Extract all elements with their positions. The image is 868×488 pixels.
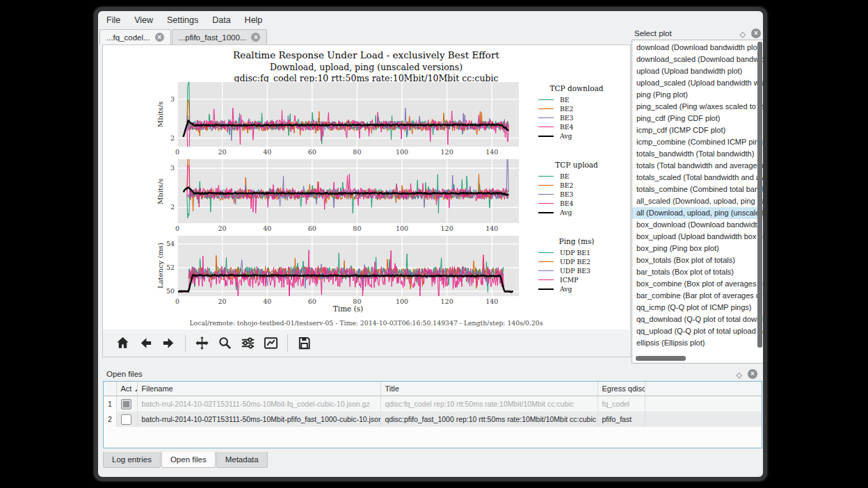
plot-list-item[interactable]: totals_bandwidth (Total bandwidth)	[632, 148, 763, 160]
close-dock-icon[interactable]	[751, 29, 761, 38]
menu-file[interactable]: File	[99, 13, 127, 28]
plot-list-item[interactable]: box_download (Download bandwidth b	[632, 219, 763, 231]
home-button[interactable]	[111, 332, 134, 354]
legend-line-sample	[538, 203, 554, 204]
y-tick-label: 54	[163, 240, 175, 247]
plot-title-line1: Realtime Response Under Load - exclusive…	[103, 49, 629, 60]
plot-list-item[interactable]: all (Download, upload, ping (unscaled ve	[632, 207, 763, 219]
subplot-2-svg	[177, 236, 519, 296]
x-tick-label: 40	[258, 225, 276, 232]
legend-entry: Avg	[527, 208, 626, 217]
plot-list-item[interactable]: ping_scaled (Ping w/axes scaled to remo	[632, 101, 763, 113]
plot-toolbar	[103, 330, 629, 357]
legend-label: UDP BE3	[560, 267, 590, 275]
plot-list-item[interactable]: upload_scaled (Upload bandwidth w/ax	[632, 77, 763, 89]
plot-list-item[interactable]: download (Download bandwidth plot)	[632, 42, 763, 54]
legend-label: BE	[560, 96, 570, 104]
open-files-dock-title: Open files	[98, 370, 143, 378]
back-button[interactable]	[134, 332, 157, 354]
bottom-tab-log-entries[interactable]: Log entries	[103, 452, 161, 468]
plot-tab[interactable]: ...pfifo_fast_1000...	[172, 29, 268, 44]
title-cell: qdisc:pfifo_fast_1000 rep:10 rtt:50ms ra…	[380, 412, 597, 427]
plot-list-item[interactable]: upload (Upload bandwidth plot)	[632, 65, 763, 77]
plot-list-item[interactable]: bar_combine (Bar plot of averages of sev	[632, 290, 763, 302]
column-header-title[interactable]: Title	[380, 382, 597, 396]
close-dock-icon[interactable]	[748, 369, 757, 379]
plot-list-item[interactable]: totals_scaled (Total bandwidth and aver	[632, 172, 763, 184]
x-tick-label: 120	[438, 148, 456, 156]
open-files-dock: Open files ActFilenameTitleEgress qdisc …	[98, 367, 763, 452]
legend-entry: Avg	[527, 131, 626, 140]
plot-list-item[interactable]: qq_icmp (Q-Q plot of ICMP pings)	[632, 302, 763, 314]
subplots-button[interactable]	[236, 332, 259, 354]
plot-list-item[interactable]: ellipsis (Ellipsis plot)	[632, 337, 763, 349]
plot-list-item[interactable]: ping_cdf (Ping CDF plot)	[632, 113, 763, 124]
bottom-tab-open-files[interactable]: Open files	[161, 452, 216, 468]
filler-cell	[645, 412, 762, 427]
legend-title: Ping (ms)	[527, 237, 626, 245]
menu-data[interactable]: Data	[205, 13, 237, 28]
tab-close-icon[interactable]	[251, 33, 260, 42]
bottom-tab-bar: Log entriesOpen filesMetadata	[103, 452, 268, 468]
menu-view[interactable]: View	[127, 13, 160, 28]
menu-settings[interactable]: Settings	[160, 13, 205, 28]
pan-button[interactable]	[191, 332, 214, 354]
plot-list-item[interactable]: qq_upload (Q-Q plot of total upload ban	[632, 325, 763, 337]
save-button[interactable]	[293, 332, 316, 354]
active-checkbox[interactable]	[121, 414, 131, 425]
legend-line-sample	[538, 127, 554, 127]
ping-legend: Ping (ms)UDP BE1UDP BE2UDP BE3ICMPAvg	[527, 237, 626, 293]
title-cell: qdisc:fq_codel rep:10 rtt:50ms rate:10Mb…	[380, 396, 597, 412]
plot-list-item[interactable]: ping (Ping plot)	[632, 89, 763, 101]
x-axis-label: Time (s)	[177, 304, 519, 313]
legend-entry: BE3	[527, 113, 626, 122]
legend-title: TCP download	[527, 84, 626, 92]
plot-list-item[interactable]: box_upload (Upload bandwidth box plo	[632, 231, 763, 243]
legend-entry: Avg	[527, 284, 626, 293]
plot-list-item[interactable]: all_scaled (Download, upload, ping (scal…	[632, 195, 763, 207]
vertical-scrollbar[interactable]	[757, 42, 762, 348]
active-checkbox-cell	[116, 396, 137, 412]
column-header-egress-qdisc[interactable]: Egress qdisc	[597, 382, 645, 396]
legend-entry: BE3	[527, 190, 626, 199]
forward-button[interactable]	[157, 332, 180, 354]
row-number: 1	[104, 396, 116, 412]
float-dock-icon[interactable]	[737, 368, 742, 380]
plot-list-item[interactable]: icmp_combine (Combined ICMP ping pl	[632, 136, 763, 148]
table-corner-header	[104, 382, 116, 396]
legend-entry: UDP BE1	[527, 248, 626, 257]
bottom-tab-metadata[interactable]: Metadata	[216, 452, 268, 468]
legend-line-sample	[538, 176, 554, 177]
y-tick-label: 3	[163, 164, 175, 172]
plot-list-item[interactable]: download_scaled (Download bandwidth	[632, 54, 763, 65]
plot-list-item[interactable]: totals (Total bandwidth and average pin	[632, 160, 763, 172]
plot-tab[interactable]: ...fq_codel...	[99, 29, 171, 44]
column-header-filename[interactable]: Filename	[137, 382, 380, 396]
open-files-table: ActFilenameTitleEgress qdisc 1batch-rrul…	[104, 382, 762, 427]
horizontal-scrollbar[interactable]	[636, 356, 686, 361]
plot-list-item[interactable]: box_totals (Box plot of totals)	[632, 254, 763, 266]
egress-qdisc-cell: fq_codel	[597, 396, 645, 412]
legend-label: Avg	[560, 209, 572, 216]
filename-cell: batch-rrul-2014-10-02T153111-50ms-10Mbit…	[137, 396, 380, 412]
menu-help[interactable]: Help	[238, 13, 270, 28]
plot-list-item[interactable]: icmp_cdf (ICMP CDF plot)	[632, 124, 763, 136]
flent-window: FileViewSettingsDataHelp ...fq_codel....…	[94, 7, 767, 481]
plot-list-item[interactable]: box_combine (Box plot of averages of se	[632, 278, 763, 290]
customize-button[interactable]	[259, 332, 282, 354]
table-row[interactable]: 1batch-rrul-2014-10-02T153111-50ms-10Mbi…	[104, 396, 762, 412]
filler-cell	[645, 396, 762, 412]
plot-list-item[interactable]: box_ping (Ping box plot)	[632, 243, 763, 254]
column-header-act[interactable]: Act	[116, 382, 137, 396]
y-tick-label: 52	[163, 263, 175, 271]
zoom-button[interactable]	[214, 332, 236, 354]
plot-list-item[interactable]: qq_download (Q-Q plot of total downloa	[632, 314, 763, 325]
active-checkbox[interactable]	[121, 399, 131, 409]
x-tick-label: 20	[214, 225, 232, 232]
tab-close-icon[interactable]	[155, 33, 164, 42]
plot-list-item[interactable]: bar_totals (Box plot of totals)	[632, 266, 763, 278]
plot-list-item[interactable]: totals_combine (Combined total bandw	[632, 184, 763, 195]
subplot-0-svg	[177, 82, 519, 147]
table-row[interactable]: 2batch-rrul-2014-10-02T153111-50ms-10Mbi…	[104, 412, 762, 427]
float-dock-icon[interactable]	[740, 27, 746, 40]
